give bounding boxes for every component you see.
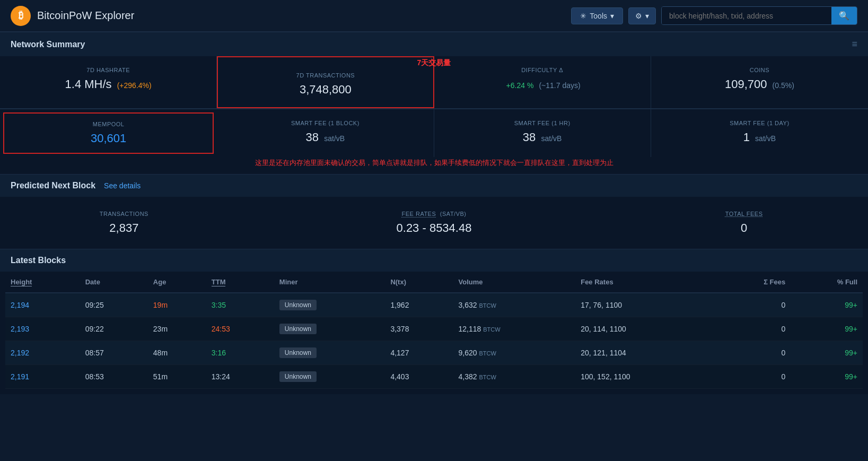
coins-value: 109,700 (0.5%) — [664, 77, 855, 91]
transactions-value: 3,748,800 — [231, 83, 420, 97]
site-title: BitcoinPoW Explorer — [37, 10, 565, 22]
predicted-fee-rates-label: FEE RATES (sat/vB) — [261, 211, 608, 217]
cell-ttm: 3:16 — [206, 341, 274, 365]
col-height: Height — [5, 272, 80, 293]
smart-fee-1day-label: SMART FEE (1 DAY) — [664, 120, 855, 126]
total-fees-label: TOTAL FEES — [633, 211, 855, 217]
smart-fee-1hr-cell: SMART FEE (1 HR) 38 sat/vB — [434, 109, 651, 157]
see-details-link[interactable]: See details — [104, 181, 141, 190]
latest-blocks-title: Latest Blocks — [11, 256, 66, 265]
transactions-cell: 7D TRANSACTIONS 3,748,800 — [217, 56, 434, 108]
cell-ntx: 4,403 — [385, 365, 453, 389]
mempool-annotation: 这里是还在内存池里面未确认的交易，简单点讲就是排队，如果手续费低的情况下就会一直… — [0, 157, 868, 174]
difficulty-sub: (~11.7 days) — [539, 81, 580, 90]
predicted-transactions-cell: TRANSACTIONS 2,837 — [0, 202, 248, 243]
cell-fees: 0 — [715, 341, 791, 365]
mempool-value: 30,601 — [17, 132, 200, 145]
cell-miner: Unknown — [274, 341, 385, 365]
cell-date: 09:22 — [80, 317, 148, 341]
gear-icon: ⚙ — [635, 12, 642, 20]
col-pct-full: % Full — [791, 272, 863, 293]
cell-volume: 9,620 BTCW — [453, 341, 576, 365]
cell-age: 48m — [148, 341, 206, 365]
cell-fees: 0 — [715, 317, 791, 341]
cell-pct-full: 99+ — [791, 341, 863, 365]
smart-fee-1hr-value: 38 sat/vB — [447, 131, 638, 144]
latest-blocks-header: Latest Blocks — [0, 249, 868, 272]
network-summary-header: Network Summary ≡ — [0, 32, 868, 56]
smart-fee-1block-value: 38 sat/vB — [230, 131, 420, 144]
mempool-cell: MEMPOOL 30,601 — [3, 112, 214, 154]
cell-fees: 0 — [715, 293, 791, 317]
cell-fee-rates: 20, 121, 1104 — [575, 341, 715, 365]
cell-miner: Unknown — [274, 365, 385, 389]
cell-fee-rates: 20, 114, 1100 — [575, 317, 715, 341]
table-row: 2,192 08:57 48m 3:16 Unknown 4,127 9,620… — [5, 341, 863, 365]
cell-age: 23m — [148, 317, 206, 341]
cell-volume: 12,118 BTCW — [453, 317, 576, 341]
predicted-total-fees-cell: TOTAL FEES 0 — [620, 202, 868, 243]
predicted-block-grid: TRANSACTIONS 2,837 FEE RATES (sat/vB) 0.… — [0, 197, 868, 249]
cell-height[interactable]: 2,194 — [5, 293, 80, 317]
smart-fee-1hr-unit: sat/vB — [541, 134, 562, 143]
coins-label: COINS — [664, 67, 855, 73]
settings-button[interactable]: ⚙ ▾ — [628, 7, 656, 24]
chevron-down-icon: ▾ — [645, 12, 649, 20]
cell-height[interactable]: 2,193 — [5, 317, 80, 341]
cell-fee-rates: 100, 152, 1100 — [575, 365, 715, 389]
network-top-grid: 7D HASHRATE 1.4 MH/s (+296.4%) 7D TRANSA… — [0, 56, 868, 109]
cell-volume: 4,382 BTCW — [453, 365, 576, 389]
col-ntx: N(tx) — [385, 272, 453, 293]
predicted-transactions-label: TRANSACTIONS — [13, 211, 235, 217]
mempool-label: MEMPOOL — [17, 121, 200, 127]
col-volume: Volume — [453, 272, 576, 293]
network-bottom-grid: MEMPOOL 30,601 SMART FEE (1 BLOCK) 38 sa… — [0, 109, 868, 157]
difficulty-label: DIFFICULTY Δ — [447, 67, 638, 73]
cell-age: 51m — [148, 365, 206, 389]
latest-blocks-table-wrapper: Height Date Age TTM Miner N(tx) Volume F… — [0, 272, 868, 394]
difficulty-value-text: +6.24 % — [506, 81, 534, 90]
hashrate-cell: 7D HASHRATE 1.4 MH/s (+296.4%) — [0, 56, 217, 108]
cell-ntx: 4,127 — [385, 341, 453, 365]
latest-blocks-table: Height Date Age TTM Miner N(tx) Volume F… — [5, 272, 863, 389]
difficulty-cell: DIFFICULTY Δ +6.24 % (~11.7 days) — [434, 56, 651, 108]
cell-ntx: 3,378 — [385, 317, 453, 341]
cell-height[interactable]: 2,191 — [5, 365, 80, 389]
search-bar: 🔍 — [661, 6, 857, 25]
hashrate-sub: (+296.4%) — [117, 81, 152, 90]
difficulty-value: +6.24 % (~11.7 days) — [447, 77, 638, 91]
logo-icon: ₿ — [11, 6, 31, 26]
total-fees-value: 0 — [633, 221, 855, 235]
cell-age: 19m — [148, 293, 206, 317]
search-input[interactable] — [662, 7, 831, 24]
cell-miner: Unknown — [274, 317, 385, 341]
cell-pct-full: 99+ — [791, 317, 863, 341]
cell-date: 08:57 — [80, 341, 148, 365]
coins-sub: (0.5%) — [773, 81, 794, 90]
tools-icon: ✳ — [580, 12, 586, 20]
cell-ttm: 3:35 — [206, 293, 274, 317]
cell-pct-full: 99+ — [791, 365, 863, 389]
search-button[interactable]: 🔍 — [831, 7, 857, 24]
transactions-label: 7D TRANSACTIONS — [231, 72, 420, 79]
cell-height[interactable]: 2,192 — [5, 341, 80, 365]
cell-ntx: 1,962 — [385, 293, 453, 317]
predicted-fee-rates-value: 0.23 - 8534.48 — [261, 221, 608, 235]
col-miner: Miner — [274, 272, 385, 293]
predicted-block-header: Predicted Next Block See details — [0, 174, 868, 197]
predicted-fee-rates-cell: FEE RATES (sat/vB) 0.23 - 8534.48 — [248, 202, 620, 243]
smart-fee-1day-value: 1 sat/vB — [664, 131, 855, 144]
menu-icon[interactable]: ≡ — [852, 39, 857, 50]
tools-button[interactable]: ✳ Tools ▾ — [571, 7, 623, 24]
col-date: Date — [80, 272, 148, 293]
smart-fee-1block-unit: sat/vB — [324, 134, 345, 143]
table-header-row: Height Date Age TTM Miner N(tx) Volume F… — [5, 272, 863, 293]
smart-fee-1block-label: SMART FEE (1 BLOCK) — [230, 120, 420, 126]
network-summary-title: Network Summary — [11, 40, 85, 49]
table-row: 2,194 09:25 19m 3:35 Unknown 1,962 3,632… — [5, 293, 863, 317]
table-row: 2,193 09:22 23m 24:53 Unknown 3,378 12,1… — [5, 317, 863, 341]
col-ttm: TTM — [206, 272, 274, 293]
header-controls: ✳ Tools ▾ ⚙ ▾ 🔍 — [571, 6, 857, 25]
smart-fee-1block-cell: SMART FEE (1 BLOCK) 38 sat/vB — [217, 109, 434, 157]
cell-ttm: 24:53 — [206, 317, 274, 341]
